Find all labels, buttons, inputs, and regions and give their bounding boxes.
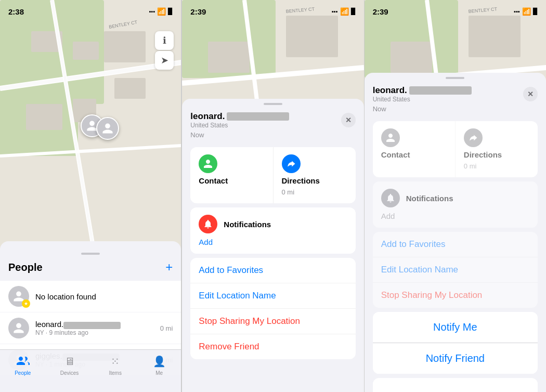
directions-action[interactable]: Directions 0 mi <box>274 147 356 203</box>
tab-people-label: People <box>15 370 31 376</box>
notifications-add-2[interactable]: Add <box>199 238 347 246</box>
contact-action[interactable]: Contact <box>190 147 273 203</box>
add-favorites-option[interactable]: Add to Favorites <box>190 258 355 283</box>
notifications-label-2: Notifications <box>224 220 271 229</box>
devices-tab-icon: 🖥 <box>62 354 77 369</box>
info-button[interactable]: ℹ <box>155 31 174 50</box>
action-row-3: Contact Directions 0 mi <box>373 121 538 177</box>
modal-header-2: leonard. United States ✕ <box>182 105 363 131</box>
modal-close-button-2[interactable]: ✕ <box>341 113 356 127</box>
modal-title-2: leonard. United States <box>190 111 289 129</box>
battery-icon-3: ▉ <box>533 8 538 15</box>
directions-sub: 0 mi <box>282 188 295 196</box>
tab-people[interactable]: People <box>15 354 31 376</box>
contact-icon <box>199 154 217 173</box>
status-time: 2:38 <box>8 7 24 16</box>
notify-friend-button[interactable]: Notify Friend <box>373 343 538 374</box>
person-name-0: No location found <box>35 292 173 301</box>
person-info-0: No location found <box>35 292 173 301</box>
contact-label: Contact <box>199 176 228 185</box>
person-item-0[interactable]: ★ No location found <box>0 281 181 312</box>
status-icons: ▪▪▪ 📶 ▉ <box>149 7 173 16</box>
svg-rect-13 <box>208 42 250 73</box>
cancel-button[interactable]: Cancel <box>373 382 538 392</box>
tab-items-label: Items <box>109 370 121 376</box>
cancel-card: Cancel <box>373 378 538 392</box>
options-card-3: Add to Favorites Edit Location Name Stop… <box>373 232 538 308</box>
notifications-icon <box>199 215 217 233</box>
tab-bar: People 🖥 Devices ⁙ Items 👤 Me <box>0 349 181 392</box>
svg-rect-5 <box>26 104 62 130</box>
modal-sheet-2: leonard. United States ✕ Now Contact <box>182 99 363 392</box>
directions-icon-3 <box>464 128 483 147</box>
wifi-icon-3: 📶 <box>522 7 531 16</box>
notifications-icon-3 <box>381 189 400 207</box>
status-time-2: 2:39 <box>190 7 206 16</box>
directions-icon <box>282 154 301 173</box>
tab-me-label: Me <box>155 370 163 376</box>
status-time-3: 2:39 <box>373 7 388 16</box>
directions-sub-3: 0 mi <box>464 162 477 170</box>
wifi-icon-2: 📶 <box>340 7 349 16</box>
modal-location-2: United States <box>190 122 289 129</box>
notifications-label-3: Notifications <box>406 194 453 203</box>
items-tab-icon: ⁙ <box>108 354 123 369</box>
modal-header-3: leonard. United States ✕ <box>365 79 546 105</box>
status-bar-2: 2:39 ▪▪▪ 📶 ▉ <box>182 0 363 23</box>
directions-label: Directions <box>282 176 320 185</box>
people-tab-icon <box>16 354 30 369</box>
edit-location-option[interactable]: Edit Location Name <box>190 283 355 309</box>
modal-time-3: Now <box>365 105 546 117</box>
panel-1: BENTLEY CT 2:38 ▪▪▪ 📶 ▉ ℹ ➤ People + ★ <box>0 0 181 392</box>
notifications-row-3: Notifications <box>381 189 529 207</box>
contact-name-2: leonard. <box>190 111 225 122</box>
avatar-1 <box>8 318 29 338</box>
tab-devices-label: Devices <box>60 370 79 376</box>
tab-items[interactable]: ⁙ Items <box>108 354 123 376</box>
notifications-add-3: Add <box>381 212 529 220</box>
action-card-2: Contact Directions 0 mi <box>190 147 355 203</box>
add-people-button[interactable]: + <box>165 260 173 275</box>
alert-buttons-card: Notify Me Notify Friend <box>373 312 538 374</box>
battery-icon-2: ▉ <box>351 8 356 15</box>
notify-me-button[interactable]: Notify Me <box>373 312 538 343</box>
status-icons-3: ▪▪▪ 📶 ▉ <box>514 7 538 16</box>
notifications-card-3: Notifications Add <box>373 181 538 228</box>
wifi-icon: 📶 <box>157 7 166 16</box>
remove-friend-option[interactable]: Remove Friend <box>190 334 355 359</box>
modal-close-button-3[interactable]: ✕ <box>523 87 538 101</box>
stop-sharing-option-3: Stop Sharing My Location <box>373 283 538 308</box>
svg-rect-8 <box>114 78 146 99</box>
panel-3: BENTLEY CT 2:39 ▪▪▪ 📶 ▉ leonard. United … <box>365 0 546 392</box>
tab-me[interactable]: 👤 Me <box>152 354 166 376</box>
status-icons-2: ▪▪▪ 📶 ▉ <box>332 7 356 16</box>
modal-sheet-3: leonard. United States ✕ Now Contact <box>365 73 546 392</box>
person-dist-1: 0 mi <box>160 324 173 332</box>
star-badge: ★ <box>22 299 30 308</box>
modal-title-3: leonard. United States <box>373 85 472 103</box>
notifications-card-2: Notifications Add <box>190 207 355 254</box>
contact-name-3: leonard. <box>373 85 407 96</box>
tab-devices[interactable]: 🖥 Devices <box>60 354 79 376</box>
location-button[interactable]: ➤ <box>155 51 174 70</box>
contact-action-3: Contact <box>373 121 456 177</box>
edit-location-option-3: Edit Location Name <box>373 257 538 283</box>
svg-rect-18 <box>391 42 432 73</box>
panel-2: BENTLEY CT 2:39 ▪▪▪ 📶 ▉ leonard. United … <box>182 0 363 392</box>
person-item-1[interactable]: leonard. NY · 9 minutes ago 0 mi <box>0 312 181 344</box>
battery-icon: ▉ <box>168 8 173 15</box>
people-title: People <box>8 262 43 273</box>
status-bar: 2:38 ▪▪▪ 📶 ▉ <box>0 0 181 23</box>
status-bar-3: 2:39 ▪▪▪ 📶 ▉ <box>365 0 546 23</box>
avatar-0: ★ <box>8 286 29 307</box>
options-card-2: Add to Favorites Edit Location Name Stop… <box>190 258 355 359</box>
signal-icon: ▪▪▪ <box>149 8 155 15</box>
stop-sharing-option[interactable]: Stop Sharing My Location <box>190 309 355 334</box>
person-marker-2 <box>96 117 119 140</box>
person-sub-1: NY · 9 minutes ago <box>35 329 154 336</box>
directions-action-3: Directions 0 mi <box>456 121 538 177</box>
modal-location-3: United States <box>373 96 472 103</box>
modal-time-2: Now <box>182 131 363 143</box>
person-info-1: leonard. NY · 9 minutes ago <box>35 320 154 336</box>
action-row-2: Contact Directions 0 mi <box>190 147 355 203</box>
